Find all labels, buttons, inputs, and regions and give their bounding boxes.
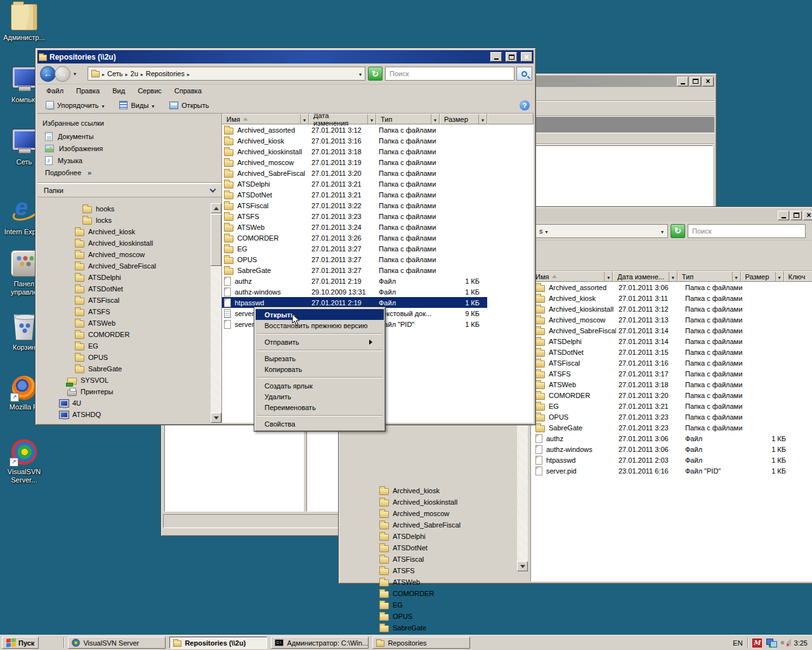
- column-header-size[interactable]: Размер: [741, 271, 784, 282]
- close-button[interactable]: [702, 77, 714, 86]
- file-row[interactable]: SabreGate 27.01.2011 3:23 Папка с файлам…: [531, 422, 812, 433]
- column-filter-dropdown[interactable]: [604, 272, 612, 281]
- file-row[interactable]: Archived_moscow 27.01.2011 3:19 Папка с …: [222, 157, 487, 168]
- tray-app-icon[interactable]: [752, 639, 762, 647]
- context-menu-item[interactable]: Свойства: [256, 418, 384, 429]
- file-row[interactable]: COMORDER 27.01.2011 3:26 Папка с файлами: [222, 232, 487, 243]
- column-filter-dropdown[interactable]: [300, 114, 308, 124]
- file-row[interactable]: ATSFiscal 27.01.2011 3:16 Папка с файлам…: [531, 357, 812, 368]
- favorite-item[interactable]: Музыка: [37, 154, 221, 166]
- scroll-down-button[interactable]: [211, 413, 221, 423]
- tree-item[interactable]: ATSDotNet: [37, 283, 211, 295]
- scrollbar-thumb[interactable]: [211, 214, 221, 266]
- column-header-type[interactable]: Тип: [376, 114, 440, 124]
- context-menu-item[interactable]: Вырезать: [256, 353, 384, 364]
- favorite-item[interactable]: Изображения: [37, 142, 221, 154]
- column-filter-dropdown[interactable]: [431, 114, 439, 124]
- file-row[interactable]: ATSFS 27.01.2011 3:17 Папка с файлами: [531, 368, 812, 379]
- file-row[interactable]: OPUS 27.01.2011 3:23 Папка с файлами: [531, 411, 812, 422]
- file-row[interactable]: ATSDotNet 27.01.2011 3:21 Папка с файлам…: [222, 189, 487, 200]
- breadcrumb-item[interactable]: 2u: [126, 70, 138, 77]
- refresh-button[interactable]: [368, 67, 383, 81]
- taskbar-task-button[interactable]: Repositories (\\2u): [169, 637, 267, 649]
- column-header-name[interactable]: Имя: [531, 271, 613, 282]
- tree-item[interactable]: ATSFiscal: [37, 295, 211, 306]
- volume-muted-icon[interactable]: [781, 639, 790, 647]
- tree-item[interactable]: Archived_kioskinstall: [342, 496, 517, 508]
- tree-item[interactable]: Принтеры: [37, 386, 211, 397]
- tree-item[interactable]: Archived_moscow: [342, 508, 517, 519]
- file-row[interactable]: authz 27.01.2011 2:19 Файл 1 КБ: [222, 275, 487, 286]
- bg-search-input[interactable]: Поиск: [688, 224, 806, 238]
- taskbar-task-button[interactable]: Repositories: [372, 637, 470, 649]
- column-header-date[interactable]: Дата измене...: [613, 271, 678, 282]
- tree-item[interactable]: Archived_moscow: [37, 249, 211, 260]
- file-row[interactable]: Archived_kioskinstall 27.01.2011 3:18 Па…: [222, 146, 487, 157]
- bg-breadcrumb-dropdown-icon[interactable]: [661, 227, 664, 235]
- column-filter-dropdown[interactable]: [732, 272, 740, 281]
- file-row[interactable]: ATSDelphi 27.01.2011 3:21 Папка с файлам…: [222, 178, 487, 189]
- minimize-button[interactable]: [490, 52, 502, 62]
- file-row[interactable]: EG 27.01.2011 3:27 Папка с файлами: [222, 243, 487, 254]
- taskbar-task-button[interactable]: VisualSVN Server: [68, 637, 166, 649]
- file-row[interactable]: Archived_kiosk 27.01.2011 3:16 Папка с ф…: [222, 135, 487, 146]
- tree-item[interactable]: 4U: [37, 397, 211, 409]
- file-row[interactable]: ATSFS 27.01.2011 3:23 Папка с файлами: [222, 211, 487, 222]
- file-row[interactable]: COMORDER 27.01.2011 3:20 Папка с файлами: [531, 390, 812, 401]
- tree-item[interactable]: EG: [342, 599, 517, 611]
- tree-item[interactable]: hooks: [37, 203, 211, 215]
- context-menu-item[interactable]: Отправить: [256, 336, 384, 347]
- close-button[interactable]: [521, 52, 532, 62]
- favorites-more[interactable]: Подробнее »: [37, 166, 221, 179]
- tree-item[interactable]: OPUS: [342, 611, 517, 622]
- menu-item[interactable]: Вид: [106, 86, 131, 96]
- chevron-down-icon[interactable]: [546, 227, 548, 235]
- tree-item[interactable]: EG: [37, 340, 211, 352]
- tree-item[interactable]: Archived_kiosk: [37, 226, 211, 237]
- maximize-button[interactable]: [506, 52, 517, 62]
- taskbar-task-button[interactable]: Администратор: C:\Win...: [271, 637, 369, 649]
- history-dropdown-icon[interactable]: [74, 71, 76, 77]
- tree-item[interactable]: ATSDelphi: [37, 272, 211, 283]
- column-header-name[interactable]: Имя: [222, 114, 309, 124]
- tree-item[interactable]: ATSHDQ: [37, 409, 211, 420]
- tree-item[interactable]: ATSFiscal: [342, 554, 517, 565]
- forward-button[interactable]: →: [55, 66, 70, 82]
- file-row[interactable]: ATSWeb 27.01.2011 3:18 Папка с файлами: [531, 379, 812, 390]
- file-row[interactable]: ATSDelphi 27.01.2011 3:14 Папка с файлам…: [531, 336, 812, 347]
- tree-item[interactable]: Archived_SabreFiscal: [342, 519, 517, 531]
- file-row[interactable]: Archived_moscow 27.01.2011 3:13 Папка с …: [531, 314, 812, 325]
- tree-item[interactable]: Archived_kiosk: [342, 485, 517, 496]
- file-row[interactable]: Archived_SabreFiscal 27.01.2011 3:14 Пап…: [531, 325, 812, 336]
- tree-item[interactable]: COMORDER: [37, 329, 211, 340]
- window-titlebar[interactable]: Repositories (\\2u): [37, 50, 534, 63]
- breadcrumb-item[interactable]: Repositories: [141, 70, 185, 77]
- file-row[interactable]: server.pid 23.01.2011 6:16 Файл "PID" 1 …: [531, 465, 812, 476]
- clock[interactable]: 3:25: [794, 639, 808, 647]
- tree-item[interactable]: SabreGate: [342, 622, 517, 633]
- file-row[interactable]: htpasswd 27.01.2011 2:03 Файл 1 КБ: [531, 454, 812, 465]
- refresh-button[interactable]: [671, 224, 685, 238]
- file-row[interactable]: Archived_kiosk 27.01.2011 3:11 Папка с ф…: [531, 293, 812, 303]
- context-menu-item[interactable]: Создать ярлык: [256, 380, 384, 391]
- context-menu-item[interactable]: Копировать: [256, 364, 384, 375]
- back-button[interactable]: ←: [40, 66, 56, 82]
- desktop-icon[interactable]: Администр...: [1, 4, 47, 42]
- file-row[interactable]: Archived_SabreFiscal 27.01.2011 3:20 Пап…: [222, 168, 487, 178]
- file-row[interactable]: OPUS 27.01.2011 3:27 Папка с файлами: [222, 254, 487, 265]
- search-button[interactable]: [516, 67, 532, 81]
- file-row[interactable]: SabreGate 27.01.2011 3:27 Папка с файлам…: [222, 265, 487, 275]
- language-indicator[interactable]: EN: [733, 639, 742, 647]
- tree-item[interactable]: SYSVOL: [37, 375, 211, 386]
- context-menu-item[interactable]: Открыть: [256, 309, 384, 320]
- tree-item[interactable]: Archived_kioskinstall: [37, 237, 211, 249]
- start-button[interactable]: Пуск: [2, 637, 39, 649]
- tree-item[interactable]: SabreGate: [37, 363, 211, 375]
- file-row[interactable]: ATSDotNet 27.01.2011 3:15 Папка с файлам…: [531, 347, 812, 357]
- folders-header[interactable]: Папки: [37, 183, 221, 197]
- help-icon[interactable]: ?: [520, 100, 530, 110]
- tree-scrollbar[interactable]: [211, 203, 221, 423]
- column-filter-dropdown[interactable]: [775, 272, 783, 281]
- maximize-button[interactable]: [790, 211, 802, 220]
- context-menu-item[interactable]: Удалить: [256, 391, 384, 402]
